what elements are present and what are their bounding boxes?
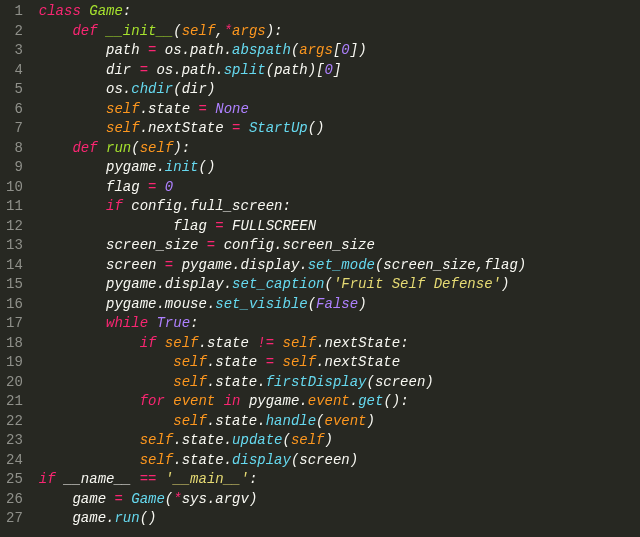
code-line[interactable]: if self.state != self.nextState: — [39, 334, 526, 354]
code-line[interactable]: screen_size = config.screen_size — [39, 236, 526, 256]
code-line[interactable]: pygame.display.set_caption('Fruit Self D… — [39, 275, 526, 295]
line-number: 27 — [6, 509, 23, 529]
line-number: 25 — [6, 470, 23, 490]
code-line[interactable]: while True: — [39, 314, 526, 334]
line-number: 15 — [6, 275, 23, 295]
code-line[interactable]: self.state.display(screen) — [39, 451, 526, 471]
code-line[interactable]: screen = pygame.display.set_mode(screen_… — [39, 256, 526, 276]
code-line[interactable]: game.run() — [39, 509, 526, 529]
code-line[interactable]: pygame.mouse.set_visible(False) — [39, 295, 526, 315]
code-line[interactable]: if __name__ == '__main__': — [39, 470, 526, 490]
line-number: 17 — [6, 314, 23, 334]
line-number: 19 — [6, 353, 23, 373]
code-line[interactable]: self.state.update(self) — [39, 431, 526, 451]
code-line[interactable]: if config.full_screen: — [39, 197, 526, 217]
line-number: 24 — [6, 451, 23, 471]
code-line[interactable]: self.state = None — [39, 100, 526, 120]
line-number: 7 — [6, 119, 23, 139]
line-number: 1 — [6, 2, 23, 22]
line-number: 8 — [6, 139, 23, 159]
line-number: 20 — [6, 373, 23, 393]
line-number: 13 — [6, 236, 23, 256]
code-line[interactable]: path = os.path.abspath(args[0]) — [39, 41, 526, 61]
code-line[interactable]: dir = os.path.split(path)[0] — [39, 61, 526, 81]
code-line[interactable]: self.state.handle(event) — [39, 412, 526, 432]
line-number: 4 — [6, 61, 23, 81]
code-line[interactable]: class Game: — [39, 2, 526, 22]
line-number: 22 — [6, 412, 23, 432]
code-line[interactable]: def __init__(self,*args): — [39, 22, 526, 42]
code-line[interactable]: self.state = self.nextState — [39, 353, 526, 373]
line-number: 11 — [6, 197, 23, 217]
code-line[interactable]: self.state.firstDisplay(screen) — [39, 373, 526, 393]
code-line[interactable]: def run(self): — [39, 139, 526, 159]
line-number: 21 — [6, 392, 23, 412]
line-number: 9 — [6, 158, 23, 178]
code-line[interactable]: flag = FULLSCREEN — [39, 217, 526, 237]
line-number: 23 — [6, 431, 23, 451]
line-number: 14 — [6, 256, 23, 276]
code-line[interactable]: os.chdir(dir) — [39, 80, 526, 100]
line-number: 3 — [6, 41, 23, 61]
code-line[interactable]: self.nextState = StartUp() — [39, 119, 526, 139]
line-number: 6 — [6, 100, 23, 120]
line-number: 10 — [6, 178, 23, 198]
line-number: 26 — [6, 490, 23, 510]
code-line[interactable]: game = Game(*sys.argv) — [39, 490, 526, 510]
code-area[interactable]: class Game: def __init__(self,*args): pa… — [33, 2, 526, 529]
code-editor: 1234567891011121314151617181920212223242… — [0, 0, 640, 529]
code-line[interactable]: for event in pygame.event.get(): — [39, 392, 526, 412]
code-line[interactable]: flag = 0 — [39, 178, 526, 198]
line-number: 18 — [6, 334, 23, 354]
line-number: 2 — [6, 22, 23, 42]
line-number: 5 — [6, 80, 23, 100]
line-number: 16 — [6, 295, 23, 315]
line-number-gutter: 1234567891011121314151617181920212223242… — [0, 2, 33, 529]
line-number: 12 — [6, 217, 23, 237]
code-line[interactable]: pygame.init() — [39, 158, 526, 178]
